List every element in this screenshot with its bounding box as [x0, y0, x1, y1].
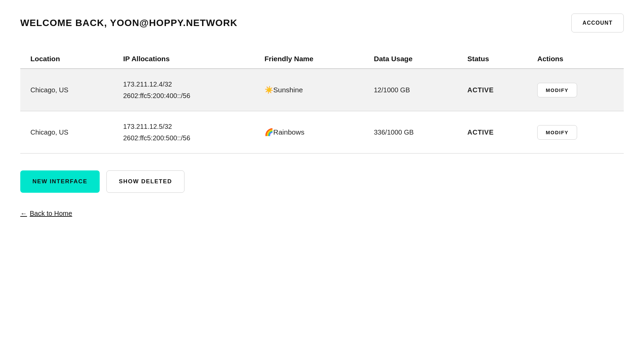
- back-link-label: Back to Home: [30, 210, 72, 217]
- table-row: Chicago, US 173.211.12.5/32 2602:ffc5:20…: [20, 111, 624, 154]
- col-actions: Actions: [530, 49, 624, 69]
- row1-location: Chicago, US: [20, 69, 116, 111]
- row1-friendly-name: ☀️Sunshine: [258, 69, 367, 111]
- col-ip-allocations: IP Allocations: [116, 49, 257, 69]
- account-button[interactable]: ACCOUNT: [571, 14, 624, 32]
- back-to-home-link[interactable]: ← Back to Home: [20, 210, 72, 217]
- col-status: Status: [461, 49, 530, 69]
- row2-actions: MODIFY: [530, 111, 624, 154]
- col-data-usage: Data Usage: [367, 49, 461, 69]
- row2-friendly-name-emoji: 🌈: [265, 128, 273, 136]
- new-interface-button[interactable]: NEW INTERFACE: [20, 170, 100, 193]
- back-arrow-icon: ←: [20, 210, 27, 217]
- row1-modify-button[interactable]: MODIFY: [537, 83, 577, 97]
- table-body: Chicago, US 173.211.12.4/32 2602:ffc5:20…: [20, 69, 624, 154]
- row1-actions: MODIFY: [530, 69, 624, 111]
- col-friendly-name: Friendly Name: [258, 49, 367, 69]
- col-location: Location: [20, 49, 116, 69]
- interfaces-table: Location IP Allocations Friendly Name Da…: [20, 49, 624, 154]
- row2-data-usage: 336/1000 GB: [367, 111, 461, 154]
- row2-ip-allocations: 173.211.12.5/32 2602:ffc5:200:500::/56: [116, 111, 257, 154]
- show-deleted-button[interactable]: SHOW DELETED: [106, 170, 184, 193]
- table-row: Chicago, US 173.211.12.4/32 2602:ffc5:20…: [20, 69, 624, 111]
- page-header: WELCOME BACK, YOON@HOPPY.NETWORK ACCOUNT: [20, 14, 624, 32]
- row1-status: ACTIVE: [461, 69, 530, 111]
- row2-status: ACTIVE: [461, 111, 530, 154]
- welcome-text: WELCOME BACK, YOON@HOPPY.NETWORK: [20, 18, 238, 28]
- row1-ip-allocations: 173.211.12.4/32 2602:ffc5:200:400::/56: [116, 69, 257, 111]
- row1-data-usage: 12/1000 GB: [367, 69, 461, 111]
- row2-location: Chicago, US: [20, 111, 116, 154]
- action-buttons-row: NEW INTERFACE SHOW DELETED: [20, 170, 624, 193]
- row1-friendly-name-emoji: ☀️: [265, 86, 273, 94]
- row2-friendly-name: 🌈Rainbows: [258, 111, 367, 154]
- row2-modify-button[interactable]: MODIFY: [537, 125, 577, 140]
- table-header: Location IP Allocations Friendly Name Da…: [20, 49, 624, 69]
